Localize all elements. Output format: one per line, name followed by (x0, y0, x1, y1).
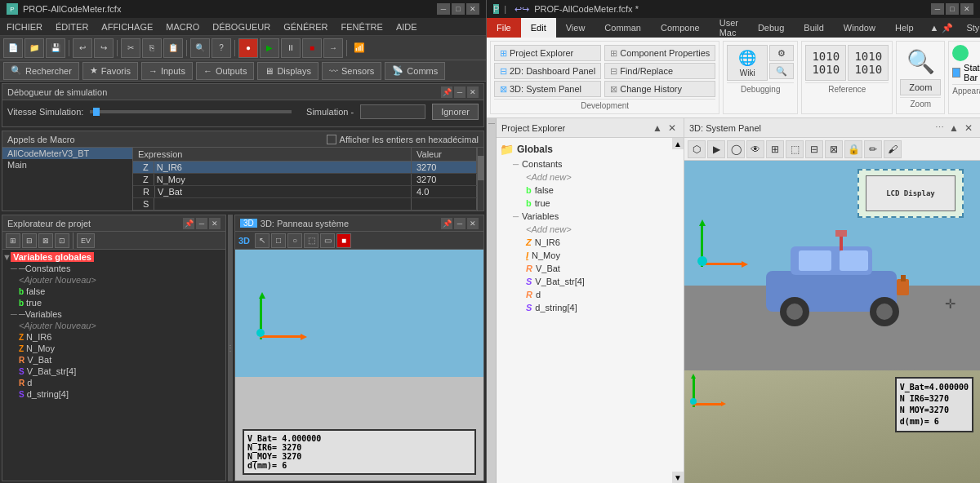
search-nav-btn[interactable]: 🔍 Rechercher (3, 62, 79, 80)
debug-r2[interactable]: 🔍 (769, 63, 794, 79)
minimize-btn-right[interactable]: ─ (931, 3, 944, 15)
pe-expand-btn[interactable]: ▲ (651, 122, 664, 135)
ignore-btn[interactable]: Ignorer (432, 104, 479, 120)
find-btn[interactable]: 🔍 (190, 38, 210, 58)
debug-panel-pin[interactable]: 📌 (441, 86, 452, 98)
redo-btn[interactable]: ↪ (94, 38, 114, 58)
change-history-btn[interactable]: ⊠ Change History (604, 81, 715, 97)
exp-tb1[interactable]: ⊞ (6, 233, 20, 248)
divider-v[interactable]: ⋮ (228, 215, 233, 481)
r3d-pen[interactable]: ✏ (864, 140, 882, 158)
pe-false[interactable]: b false (497, 184, 684, 197)
pe-nir6[interactable]: Z N_IR6 (497, 236, 684, 249)
r3d-select[interactable]: ◯ (727, 140, 745, 158)
tab-file[interactable]: File (487, 18, 521, 38)
tab-view[interactable]: View (556, 18, 595, 38)
wiki-btn[interactable]: 🌐 Wiki (727, 45, 768, 81)
s3d-fill[interactable]: ■ (336, 233, 351, 248)
r3d-cam[interactable]: ⬚ (786, 140, 804, 158)
new-btn[interactable]: 📄 (3, 38, 23, 58)
r3d-play[interactable]: ▶ (707, 140, 725, 158)
undo-btn[interactable]: ↩ (73, 38, 92, 58)
explorer-pin[interactable]: 📌 (183, 218, 194, 229)
macros-scrollbar[interactable] (477, 148, 483, 210)
inputs-nav-btn[interactable]: → Inputs (141, 62, 193, 80)
pe-constants[interactable]: ─ Constants (497, 157, 684, 171)
s3d-select[interactable]: □ (271, 233, 286, 248)
s3d-close[interactable]: ✕ (467, 218, 479, 229)
r3d-grid[interactable]: ⊞ (766, 140, 784, 158)
r3d-view[interactable]: ⊠ (825, 140, 843, 158)
pe-true[interactable]: b true (497, 197, 684, 210)
pe-add-var[interactable]: <Add new> (497, 223, 684, 236)
menu-fenetre[interactable]: FENÊTRE (335, 18, 390, 35)
close-btn-right[interactable]: ✕ (960, 3, 973, 15)
displays-nav-btn[interactable]: 🖥 Displays (257, 62, 318, 80)
r3d-eye[interactable]: 👁 (746, 140, 764, 158)
debug-panel-close[interactable]: ✕ (467, 86, 479, 98)
system-panel-btn[interactable]: ⊠ 3D: System Panel (494, 81, 601, 97)
find-replace-btn[interactable]: ⊟ Find/Replace (604, 63, 715, 79)
tab-edit[interactable]: Edit (521, 18, 556, 38)
tree-d[interactable]: R d (2, 377, 225, 388)
paste-btn[interactable]: 📋 (163, 38, 183, 58)
pe-close-btn[interactable]: ✕ (666, 122, 679, 135)
menu-aide[interactable]: AIDE (390, 18, 424, 35)
tree-add-var[interactable]: <Ajouter Nouveau> (2, 320, 225, 331)
minimize-btn-left[interactable]: ─ (437, 3, 450, 15)
help-btn[interactable]: ? (212, 38, 231, 58)
pe-vbatstr[interactable]: S V_Bat_str[4] (497, 275, 684, 288)
sim-slider[interactable] (90, 110, 292, 113)
hex-checkbox[interactable] (327, 135, 336, 144)
macro-row-1[interactable]: Z N_Moy 3270 (133, 174, 477, 186)
menu-generer[interactable]: GÉNÉRER (277, 18, 334, 35)
explorer-min[interactable]: ─ (196, 218, 207, 229)
s3d-pin[interactable]: 📌 (441, 218, 452, 229)
debug-r1[interactable]: ⚙ (769, 45, 794, 61)
component-props-btn[interactable]: ⊞ Component Properties (604, 45, 715, 61)
copy-btn[interactable]: ⎘ (142, 38, 162, 58)
pe-vbat[interactable]: R V_Bat (497, 262, 684, 275)
pe-add-const[interactable]: <Add new> (497, 171, 684, 184)
exp-tb3[interactable]: ⊠ (38, 233, 53, 248)
run-btn[interactable]: ▶ (260, 38, 279, 58)
pe-dstring[interactable]: S d_string[4] (497, 301, 684, 314)
debug-panel-min[interactable]: ─ (454, 86, 466, 98)
exp-ev[interactable]: EV (77, 233, 95, 248)
zoom-btn[interactable]: Zoom (900, 79, 941, 95)
pause-btn[interactable]: ⏸ (281, 38, 301, 58)
s3d-rect[interactable]: ▭ (320, 233, 335, 248)
r3d-expand[interactable]: ▲ (947, 122, 960, 135)
r3d-lock[interactable]: 🔒 (844, 140, 862, 158)
r3d-close[interactable]: ✕ (962, 122, 975, 135)
pe-scroll-up[interactable]: ▲ (672, 138, 684, 149)
sensors-nav-btn[interactable]: 〰 Sensors (322, 62, 381, 80)
tree-root[interactable]: ▼ Variables globales (2, 251, 225, 263)
tab-build[interactable]: Build (794, 18, 833, 38)
sim-input[interactable] (360, 104, 425, 119)
ref-btn1[interactable]: 10101010 (805, 45, 846, 81)
macro-item-1[interactable]: Main (2, 159, 132, 171)
statusbar-checkbox[interactable] (952, 68, 960, 78)
debug-btn[interactable]: ● (238, 38, 258, 58)
tree-true[interactable]: b true (2, 297, 225, 308)
dashboard-panel-btn[interactable]: ⊟ 2D: Dashboard Panel (494, 63, 601, 79)
tree-vbat[interactable]: R V_Bat (2, 354, 225, 366)
pe-scroll-down[interactable]: ▼ (672, 472, 684, 483)
maximize-btn-right[interactable]: □ (946, 3, 959, 15)
menu-affichage[interactable]: AFFICHAGE (95, 18, 159, 35)
ref-btn2[interactable]: 10101010 (848, 45, 889, 81)
tree-nmoy[interactable]: Z N_Moy (2, 343, 225, 354)
menu-fichier[interactable]: FICHIER (0, 18, 49, 35)
s3d-cam[interactable]: ⬚ (304, 233, 318, 248)
macro-row-3[interactable]: S (133, 198, 477, 210)
tab-style[interactable]: Style (956, 18, 980, 38)
maximize-btn-left[interactable]: □ (452, 3, 465, 15)
tree-add-const[interactable]: <Ajouter Nouveau> (2, 274, 225, 286)
tab-window[interactable]: Window (834, 18, 885, 38)
tree-vbatstr[interactable]: S V_Bat_str[4] (2, 366, 225, 377)
menu-editer[interactable]: ÉDITER (49, 18, 95, 35)
cut-btn[interactable]: ✂ (121, 38, 140, 58)
macro-row-2[interactable]: R V_Bat 4.0 (133, 186, 477, 198)
macro-item-0[interactable]: AllCodeMeterV3_BT (2, 148, 132, 159)
